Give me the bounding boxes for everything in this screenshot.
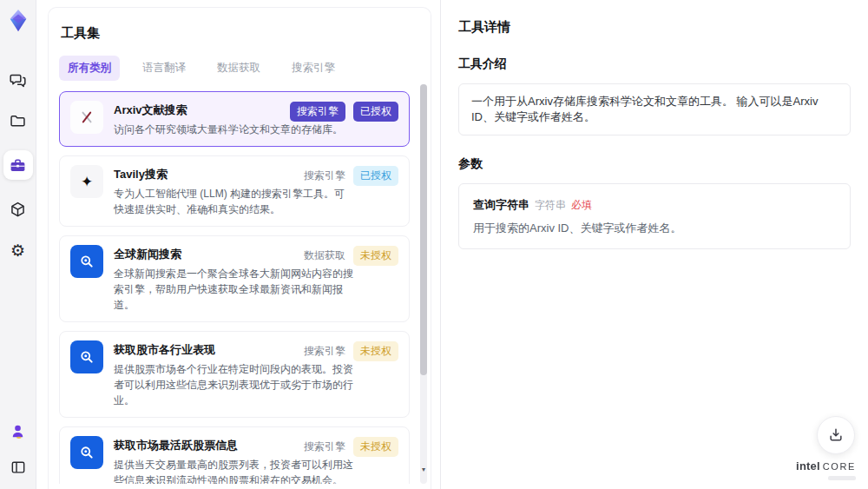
tool-description: 全球新闻搜索是一个聚合全球各大新闻网站内容的搜索引擎，帮助用户快速获取全球最新资… bbox=[114, 266, 353, 313]
param-name: 查询字符串 bbox=[473, 198, 529, 211]
param-card: 查询字符串字符串必填用于搜索的Arxiv ID、关键字或作者姓名。 bbox=[458, 183, 851, 249]
details-title: 工具详情 bbox=[458, 19, 851, 36]
intro-heading: 工具介绍 bbox=[458, 56, 851, 72]
status-badge: 未授权 bbox=[353, 437, 398, 457]
intro-box: 一个用于从Arxiv存储库搜索科学论文和文章的工具。 输入可以是Arxiv ID… bbox=[458, 83, 851, 135]
status-badge: 已授权 bbox=[353, 166, 398, 186]
tool-badges: 数据获取未授权 bbox=[304, 246, 398, 266]
tool-badges: 搜索引擎已授权 bbox=[290, 102, 398, 122]
app-window: ⚙ 工具集 所有类别语言翻译数据获取搜索引擎 Arxiv文献 bbox=[0, 0, 868, 489]
tool-collection-panel: 工具集 所有类别语言翻译数据获取搜索引擎 Arxiv文献搜索访问各个研究领域大量… bbox=[48, 7, 431, 489]
settings-icon[interactable]: ⚙ bbox=[7, 239, 30, 261]
star-icon: ✦ bbox=[70, 165, 103, 198]
tab-category-2[interactable]: 数据获取 bbox=[208, 56, 269, 81]
intel-core-logo: intelCORE bbox=[796, 458, 856, 480]
search-blue-icon bbox=[70, 340, 103, 373]
arxiv-icon bbox=[70, 101, 103, 134]
category-label: 搜索引擎 bbox=[304, 439, 345, 454]
param-type: 字符串 bbox=[535, 199, 566, 211]
search-blue-icon bbox=[70, 245, 103, 278]
search-blue-icon bbox=[70, 436, 103, 469]
category-label: 数据获取 bbox=[304, 248, 345, 263]
download-button[interactable] bbox=[817, 416, 855, 454]
app-logo-icon bbox=[5, 8, 31, 34]
cube-icon[interactable] bbox=[7, 198, 30, 221]
tool-badges: 搜索引擎已授权 bbox=[304, 166, 398, 186]
tab-category-1[interactable]: 语言翻译 bbox=[134, 56, 194, 81]
brand-subline bbox=[828, 476, 856, 480]
tab-category-0[interactable]: 所有类别 bbox=[59, 56, 120, 81]
intro-text: 一个用于从Arxiv存储库搜索科学论文和文章的工具。 输入可以是Arxiv ID… bbox=[471, 95, 818, 123]
tool-card[interactable]: ✦Tavily搜索专为人工智能代理 (LLM) 构建的搜索引擎工具。可快速提供实… bbox=[59, 155, 410, 227]
tool-badges: 搜索引擎未授权 bbox=[304, 437, 398, 457]
tool-description: 专为人工智能代理 (LLM) 构建的搜索引擎工具。可快速提供实时、准确和真实的结… bbox=[114, 186, 353, 217]
category-tabs: 所有类别语言翻译数据获取搜索引擎 bbox=[59, 56, 431, 81]
status-badge: 未授权 bbox=[353, 341, 398, 361]
param-header: 查询字符串字符串必填 bbox=[473, 196, 836, 213]
scrollbar-thumb[interactable] bbox=[420, 84, 427, 375]
tool-card[interactable]: 获取股市各行业表现提供股票市场各个行业在特定时间段内的表现。投资者可以利用这些信… bbox=[59, 331, 410, 418]
tool-card[interactable]: 全球新闻搜索全球新闻搜索是一个聚合全球各大新闻网站内容的搜索引擎，帮助用户快速获… bbox=[59, 235, 410, 322]
tool-description: 提供股票市场各个行业在特定时间段内的表现。投资者可以利用这些信息来识别表现优于或… bbox=[114, 361, 353, 408]
category-label: 搜索引擎 bbox=[304, 169, 345, 183]
panel-toggle-icon[interactable] bbox=[7, 456, 30, 479]
tool-description: 访问各个研究领域大量科学论文和文章的存储库。 bbox=[114, 122, 353, 137]
sidebar: ⚙ bbox=[0, 0, 36, 489]
brand-core-text: CORE bbox=[823, 461, 856, 472]
category-badge: 搜索引擎 bbox=[290, 102, 345, 122]
status-badge: 未授权 bbox=[353, 246, 398, 266]
sidebar-bottom bbox=[7, 420, 30, 479]
sidebar-nav: ⚙ bbox=[3, 69, 33, 261]
tool-list: Arxiv文献搜索访问各个研究领域大量科学论文和文章的存储库。搜索引擎已授权✦T… bbox=[59, 91, 431, 484]
category-label: 搜索引擎 bbox=[304, 344, 345, 359]
tab-category-3[interactable]: 搜索引擎 bbox=[283, 56, 344, 81]
tool-description: 提供当天交易量最高的股票列表，投资者可以利用这些信息来识别流动性强的股票和潜在的… bbox=[114, 457, 353, 484]
scrollbar-down-arrow-icon[interactable]: ▾ bbox=[420, 466, 427, 473]
folder-icon[interactable] bbox=[7, 109, 30, 132]
chat-icon[interactable] bbox=[7, 69, 30, 91]
param-description: 用于搜索的Arxiv ID、关键字或作者姓名。 bbox=[473, 221, 836, 236]
params-heading: 参数 bbox=[458, 156, 851, 172]
tool-details-panel: 工具详情 工具介绍 一个用于从Arxiv存储库搜索科学论文和文章的工具。 输入可… bbox=[440, 0, 868, 489]
tool-badges: 搜索引擎未授权 bbox=[304, 341, 398, 361]
status-badge: 已授权 bbox=[353, 102, 398, 122]
download-icon bbox=[827, 426, 845, 444]
scrollbar[interactable]: ▾ bbox=[420, 84, 427, 484]
tool-card[interactable]: 获取市场最活跃股票信息提供当天交易量最高的股票列表，投资者可以利用这些信息来识别… bbox=[59, 426, 410, 484]
tool-card[interactable]: Arxiv文献搜索访问各个研究领域大量科学论文和文章的存储库。搜索引擎已授权 bbox=[59, 91, 410, 147]
user-icon[interactable] bbox=[7, 420, 30, 442]
page-title: 工具集 bbox=[61, 25, 431, 42]
toolbox-icon[interactable] bbox=[3, 150, 33, 180]
brand-intel-text: intel bbox=[796, 459, 820, 472]
param-required-badge: 必填 bbox=[571, 199, 592, 211]
params-list: 查询字符串字符串必填用于搜索的Arxiv ID、关键字或作者姓名。 bbox=[458, 183, 851, 249]
